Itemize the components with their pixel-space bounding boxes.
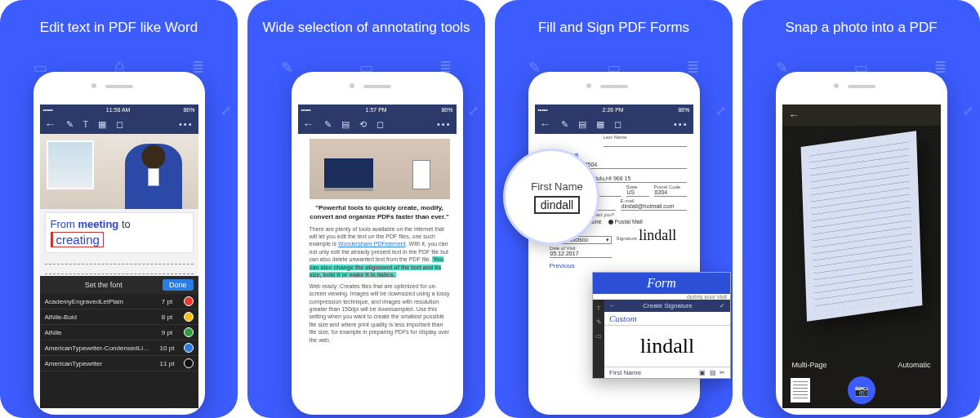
photo-laptop xyxy=(324,158,373,191)
color-swatch[interactable] xyxy=(184,312,194,322)
battery-pct: 86% xyxy=(678,107,689,113)
app-toolbar: ← ✎ ▤ ▦ ◻ ••• xyxy=(535,114,693,134)
panel-title: Edit text in PDF like Word xyxy=(32,20,206,36)
popup-confirm-button[interactable]: ✓ xyxy=(719,302,725,309)
camera-back-button[interactable]: ← xyxy=(789,109,800,122)
photo-window xyxy=(47,140,94,189)
signature-draw-area[interactable]: lindall xyxy=(604,325,730,367)
article-photo xyxy=(310,139,450,199)
panel-title: Fill and Sign PDF Forms xyxy=(530,20,697,36)
clock: 1:57 PM xyxy=(366,107,387,113)
back-button[interactable]: ← xyxy=(45,118,56,131)
tool-pen-icon[interactable]: ✎ xyxy=(324,119,332,130)
clock: 2:26 PM xyxy=(603,107,624,113)
font-picker-panel: Set the font Done AcademyEngravedLetPlai… xyxy=(40,276,198,408)
tool-grid-icon[interactable]: ▦ xyxy=(98,119,106,130)
popup-banner: Form xyxy=(593,273,730,294)
phone-screen: ← Multi-Page Automatic 📷 xyxy=(782,104,941,408)
more-button[interactable]: ••• xyxy=(674,119,688,129)
document-photo xyxy=(40,134,198,209)
done-button[interactable]: Done xyxy=(163,279,194,291)
tool-bookmark-icon[interactable]: ◻ xyxy=(614,119,621,130)
editable-selected-word[interactable]: creating xyxy=(51,232,104,247)
panel-title: Snap a photo into a PDF xyxy=(777,20,945,36)
sig-tool-icon[interactable]: ✎ xyxy=(596,318,602,326)
sig-tool-icon[interactable]: ▭ xyxy=(595,332,602,340)
article-link[interactable]: Wondershare PDFelement xyxy=(338,241,406,247)
article-quote: "Powerful tools to quickly create, modif… xyxy=(310,204,450,222)
email-input[interactable]: dindall@hotmail.com xyxy=(621,203,687,211)
tool-bookmark-icon[interactable]: ◻ xyxy=(116,119,123,130)
color-swatch[interactable] xyxy=(184,358,194,368)
camera-icon: 📷 xyxy=(854,384,868,397)
font-option[interactable]: AmericanTypewriter 11 pt xyxy=(40,356,198,371)
font-option[interactable]: AmericanTypewriter-CondensedLight 10 pt xyxy=(40,340,198,356)
popup-trash-icon[interactable]: ✂ xyxy=(719,369,725,376)
mode-multipage[interactable]: Multi-Page xyxy=(792,361,827,369)
tool-pen-icon[interactable]: ✎ xyxy=(66,119,74,130)
camera-bottom-bar: 📷 xyxy=(782,372,941,408)
carrier-dots: ••••• xyxy=(43,107,53,113)
font-option[interactable]: AlNile-Bold 8 pt xyxy=(40,309,198,325)
radio-postal[interactable]: Postal Mail xyxy=(608,219,643,225)
promo-panel-snap-photo: Snap a photo into a PDF ✎▭≣ ⤢ ← Multi-Pa… xyxy=(742,0,980,418)
postal-input[interactable]: 0204 xyxy=(654,189,687,197)
camera-top-bar: ← xyxy=(782,104,941,126)
tool-edit-icon[interactable]: ▤ xyxy=(341,119,350,130)
document-text-area[interactable]: "Powerful tools to quickly create, modif… xyxy=(298,134,457,408)
last-capture-thumbnail[interactable] xyxy=(791,378,810,402)
back-button[interactable]: ← xyxy=(303,118,314,131)
signature-popup-header: ← Create Signature ✓ xyxy=(604,300,730,312)
field-label: Signature xyxy=(617,236,638,241)
tool-bookmark-icon[interactable]: ◻ xyxy=(376,119,384,130)
tool-text-icon[interactable]: T xyxy=(83,119,89,129)
tool-edit-icon[interactable]: ▤ xyxy=(578,119,586,130)
bg-decor-icon: ⤢ xyxy=(468,103,479,118)
tool-grid-icon[interactable]: ▦ xyxy=(596,119,604,130)
phone-mockup: ••••• 11:58 AM 86% ← ✎ T ▦ ◻ ••• Fro xyxy=(33,72,205,415)
camera-view: ← Multi-Page Automatic 📷 xyxy=(782,104,941,408)
popup-image-icon[interactable]: ▤ xyxy=(710,369,716,376)
phone-mockup: ••••• 1:57 PM 86% ← ✎ ▤ ⟲ ◻ ••• ◎ T T̲ ✎ xyxy=(292,72,463,415)
mode-automatic[interactable]: Automatic xyxy=(898,361,930,369)
article-paragraph: Web ready: Creates files that are optimi… xyxy=(310,282,450,345)
clock: 11:58 AM xyxy=(106,107,131,113)
color-swatch[interactable] xyxy=(184,296,194,306)
color-swatch[interactable] xyxy=(184,343,194,353)
last-name-input[interactable] xyxy=(604,140,687,147)
date-input[interactable]: 05.12.2017 xyxy=(550,251,612,258)
more-button[interactable]: ••• xyxy=(437,119,452,129)
color-swatch[interactable] xyxy=(184,327,194,337)
custom-signature-label: Custom xyxy=(604,312,730,325)
font-option[interactable]: AlNile 9 pt xyxy=(40,325,198,340)
popup-caption: during your visit xyxy=(593,294,730,300)
tool-pen-icon[interactable]: ✎ xyxy=(561,119,568,130)
shutter-button[interactable]: 📷 xyxy=(848,376,875,404)
document-body: ◎ T T̲ ✎ ✐ ▭ ▢ ◌ ✦ ❖ "Powerful too xyxy=(298,134,457,408)
popup-camera-icon[interactable]: ▣ xyxy=(699,369,706,376)
signature-value[interactable]: lindall xyxy=(639,227,676,243)
font-option[interactable]: AcademyEngravedLetPlain 7 pt xyxy=(40,294,198,309)
editable-line-1: From meeting to xyxy=(51,218,188,230)
magnified-input[interactable]: dindall xyxy=(534,196,580,214)
signature-popup: Form during your visit T ✎ ▭ ← Create Si… xyxy=(592,272,731,379)
status-bar: ••••• 11:58 AM 86% xyxy=(40,104,198,114)
popup-back-button[interactable]: ← xyxy=(609,302,616,309)
more-button[interactable]: ••• xyxy=(179,119,194,129)
previous-button[interactable]: Previous xyxy=(550,262,693,269)
tool-convert-icon[interactable]: ⟲ xyxy=(359,119,367,130)
phone-screen: ••••• 1:57 PM 86% ← ✎ ▤ ⟲ ◻ ••• ◎ T T̲ ✎ xyxy=(298,104,457,408)
editable-text-block[interactable]: From meeting to creating xyxy=(45,212,194,253)
bg-decor-icon: ⤢ xyxy=(220,103,231,118)
state-input[interactable]: US xyxy=(626,189,649,197)
photo-mobile xyxy=(412,160,430,189)
promo-panel-fill-sign: Fill and Sign PDF Forms ✎▭≣ ⤢ ••••• 2:26… xyxy=(495,0,733,418)
chevron-down-icon: ▾ xyxy=(606,237,609,243)
back-button[interactable]: ← xyxy=(540,118,551,131)
bg-decor-icon: ⤢ xyxy=(715,103,726,118)
promo-panel-annotate: Wide selection of annotating tools ✎▭≣ ⤢… xyxy=(247,0,485,418)
sig-tool-icon[interactable]: T xyxy=(597,305,601,312)
status-bar: ••••• 2:26 PM 86% xyxy=(535,104,693,114)
app-toolbar: ← ✎ ▤ ⟲ ◻ ••• xyxy=(298,114,457,134)
phone-mockup: ← Multi-Page Automatic 📷 xyxy=(776,72,947,415)
